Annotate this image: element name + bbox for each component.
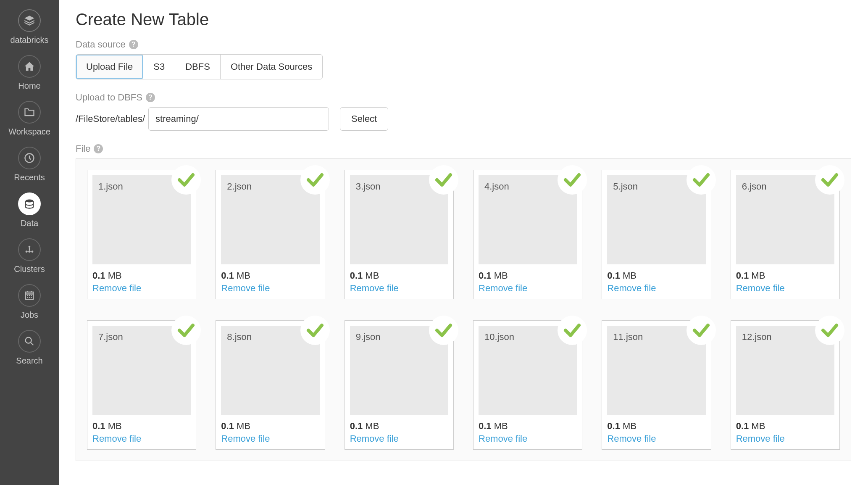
file-size: 0.1 MB <box>479 421 577 432</box>
check-icon <box>171 316 201 345</box>
file-size: 0.1 MB <box>92 270 191 281</box>
help-icon[interactable]: ? <box>129 40 138 49</box>
file-name: 5.json <box>613 181 638 192</box>
sidebar-logo[interactable]: databricks <box>0 4 59 50</box>
brand-label: databricks <box>10 35 48 45</box>
file-card: 8.json 0.1 MB Remove file <box>216 320 325 450</box>
check-icon <box>171 165 201 195</box>
sidebar-item-search[interactable]: Search <box>0 325 59 371</box>
sidebar: databricks Home Workspace Recents Data C… <box>0 0 59 485</box>
remove-file-link[interactable]: Remove file <box>479 283 577 294</box>
file-size: 0.1 MB <box>607 421 705 432</box>
tab-other-sources[interactable]: Other Data Sources <box>221 55 322 79</box>
sidebar-item-clusters[interactable]: Clusters <box>0 233 59 279</box>
sidebar-item-label: Data <box>21 219 38 228</box>
file-card: 4.json 0.1 MB Remove file <box>473 170 582 299</box>
remove-file-link[interactable]: Remove file <box>350 283 448 294</box>
file-card: 5.json 0.1 MB Remove file <box>602 170 711 299</box>
file-size: 0.1 MB <box>350 270 448 281</box>
file-name: 4.json <box>484 181 509 192</box>
path-input[interactable] <box>148 107 329 131</box>
page-title: Create New Table <box>76 10 851 29</box>
remove-file-link[interactable]: Remove file <box>92 433 191 444</box>
file-size: 0.1 MB <box>736 270 834 281</box>
tab-dbfs[interactable]: DBFS <box>175 55 221 79</box>
svg-point-4 <box>32 250 34 253</box>
sidebar-item-label: Jobs <box>21 310 38 320</box>
remove-file-link[interactable]: Remove file <box>736 433 834 444</box>
sidebar-item-home[interactable]: Home <box>0 50 59 96</box>
file-size: 0.1 MB <box>221 270 319 281</box>
svg-point-3 <box>26 250 28 253</box>
check-icon <box>815 165 844 195</box>
sidebar-item-workspace[interactable]: Workspace <box>0 96 59 142</box>
file-name: 6.json <box>742 181 767 192</box>
home-icon <box>18 55 41 78</box>
check-icon <box>300 316 330 345</box>
search-icon <box>18 330 41 353</box>
database-icon <box>18 192 41 215</box>
sidebar-item-label: Home <box>18 81 40 91</box>
file-card: 7.json 0.1 MB Remove file <box>87 320 196 450</box>
check-icon <box>429 316 458 345</box>
file-size: 0.1 MB <box>221 421 319 432</box>
help-icon[interactable]: ? <box>146 93 155 102</box>
file-card: 2.json 0.1 MB Remove file <box>216 170 325 299</box>
sidebar-item-label: Workspace <box>8 127 50 137</box>
remove-file-link[interactable]: Remove file <box>736 283 834 294</box>
file-name: 10.json <box>484 332 514 343</box>
file-size: 0.1 MB <box>607 270 705 281</box>
check-icon <box>558 316 587 345</box>
file-name: 1.json <box>98 181 123 192</box>
sidebar-item-jobs[interactable]: Jobs <box>0 279 59 325</box>
file-card: 6.json 0.1 MB Remove file <box>731 170 840 299</box>
sidebar-item-data[interactable]: Data <box>0 187 59 233</box>
file-label: File ? <box>76 143 851 154</box>
svg-point-5 <box>29 250 31 253</box>
tab-upload-file[interactable]: Upload File <box>76 55 143 79</box>
check-icon <box>687 316 716 345</box>
file-name: 7.json <box>98 332 123 343</box>
file-card: 12.json 0.1 MB Remove file <box>731 320 840 450</box>
sidebar-item-label: Clusters <box>14 264 45 274</box>
remove-file-link[interactable]: Remove file <box>221 283 319 294</box>
check-icon <box>558 165 587 195</box>
remove-file-link[interactable]: Remove file <box>607 283 705 294</box>
check-icon <box>300 165 330 195</box>
help-icon[interactable]: ? <box>94 144 103 153</box>
check-icon <box>429 165 458 195</box>
databricks-icon <box>18 9 41 32</box>
svg-point-7 <box>26 337 32 343</box>
path-prefix: /FileStore/tables/ <box>76 113 145 124</box>
check-icon <box>815 316 844 345</box>
sidebar-item-label: Search <box>16 356 42 366</box>
tab-s3[interactable]: S3 <box>143 55 175 79</box>
svg-point-2 <box>29 246 31 248</box>
file-size: 0.1 MB <box>479 270 577 281</box>
remove-file-link[interactable]: Remove file <box>350 433 448 444</box>
sidebar-item-recents[interactable]: Recents <box>0 142 59 187</box>
file-name: 11.json <box>613 332 643 343</box>
select-button[interactable]: Select <box>340 107 388 131</box>
calendar-icon <box>18 284 41 307</box>
file-dropzone[interactable]: 1.json 0.1 MB Remove file 2.json 0.1 MB … <box>76 158 851 461</box>
main-content: Create New Table Data source ? Upload Fi… <box>59 0 868 485</box>
file-card: 9.json 0.1 MB Remove file <box>345 320 454 450</box>
file-size: 0.1 MB <box>736 421 834 432</box>
upload-to-label: Upload to DBFS ? <box>76 92 851 103</box>
remove-file-link[interactable]: Remove file <box>479 433 577 444</box>
cluster-icon <box>18 238 41 261</box>
data-source-tabs: Upload File S3 DBFS Other Data Sources <box>76 54 323 79</box>
file-size: 0.1 MB <box>350 421 448 432</box>
remove-file-link[interactable]: Remove file <box>92 283 191 294</box>
file-card: 3.json 0.1 MB Remove file <box>345 170 454 299</box>
upload-path-row: /FileStore/tables/ Select <box>76 107 851 131</box>
remove-file-link[interactable]: Remove file <box>221 433 319 444</box>
folder-icon <box>18 101 41 124</box>
file-card: 1.json 0.1 MB Remove file <box>87 170 196 299</box>
file-name: 8.json <box>227 332 252 343</box>
data-source-label: Data source ? <box>76 39 851 50</box>
file-name: 9.json <box>356 332 381 343</box>
file-card: 11.json 0.1 MB Remove file <box>602 320 711 450</box>
remove-file-link[interactable]: Remove file <box>607 433 705 444</box>
